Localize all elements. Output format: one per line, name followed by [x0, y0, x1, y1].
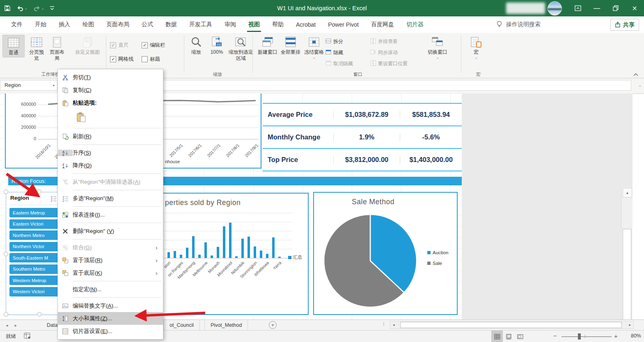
zoom-in-icon[interactable]: +: [614, 333, 618, 340]
tab-帮助[interactable]: 帮助: [266, 16, 290, 33]
缩放到选定区域-button[interactable]: 缩放到选定区域: [227, 35, 255, 63]
name-box-dropdown-icon[interactable]: ▾: [53, 84, 55, 87]
selection-handle[interactable]: [4, 252, 8, 256]
ribbon-display-options-icon[interactable]: [568, 0, 587, 16]
menu-item-报表连接[interactable]: 报表连接(I)...: [58, 208, 163, 221]
group-label-窗口: 窗口: [353, 71, 362, 78]
paste-option-swatch[interactable]: [58, 109, 163, 126]
avatar[interactable]: [548, 1, 562, 16]
100%-button[interactable]: 100100%: [205, 35, 228, 57]
macro-record-icon[interactable]: [24, 333, 31, 340]
tab-公式[interactable]: 公式: [135, 16, 159, 33]
checkbox-标题[interactable]: 标题: [142, 56, 160, 63]
menu-item-编辑替换文字[interactable]: 编辑替换文字(A)...: [58, 299, 163, 312]
customize-qat-icon[interactable]: [50, 5, 55, 11]
tab-视图[interactable]: 视图: [242, 16, 266, 33]
menu-item-降序[interactable]: ZA降序(O): [58, 159, 163, 172]
vertical-scrollbar[interactable]: ▲: [621, 187, 633, 319]
menu-item-置于顶层[interactable]: 置于顶层(R)›: [58, 254, 163, 267]
tell-me-box[interactable]: 操作说明搜索: [496, 16, 541, 33]
menu-item-删除Region[interactable]: 删除"Region" (V): [58, 225, 163, 237]
sale-method-pie-chart[interactable]: Sale Method AuctionSale: [313, 192, 458, 315]
冻结窗格-button[interactable]: 冻结窗格⌄: [300, 35, 328, 61]
tab-Power Pivot[interactable]: Power Pivot: [322, 16, 365, 33]
lightbulb-icon: [496, 21, 503, 29]
selection-handle[interactable]: [37, 189, 41, 194]
menu-item-指定宏[interactable]: 指定宏(N)...: [58, 283, 163, 296]
horizontal-scrollbar[interactable]: ◂ ▸: [390, 321, 634, 329]
selection-handle[interactable]: [4, 312, 8, 317]
checkbox-icon[interactable]: [142, 56, 148, 62]
normal-view-button[interactable]: [491, 331, 503, 342]
scroll-left-icon[interactable]: ◂: [393, 323, 395, 327]
next-sheet-icon[interactable]: ▸: [15, 323, 17, 328]
新建窗口-button[interactable]: 新建窗口: [255, 35, 280, 57]
menu-item-粘贴选项[interactable]: 粘贴选项:: [58, 96, 163, 109]
collapse-ribbon-icon[interactable]: [633, 72, 638, 77]
name-box[interactable]: Region▾: [0, 80, 57, 91]
分页预览-button[interactable]: 分页预览: [25, 35, 48, 63]
页面布局-button[interactable]: 页面布局: [46, 35, 68, 63]
vertical-scroll-thumb[interactable]: [623, 229, 631, 319]
macros-button[interactable]: 宏⌄: [468, 35, 484, 61]
slicer-settings-icon: [58, 328, 73, 335]
拆分-button[interactable]: 拆分: [325, 37, 353, 46]
zoom-slider-thumb[interactable]: [578, 333, 581, 340]
tab-Acrobat[interactable]: Acrobat: [290, 16, 322, 33]
tab-审阅[interactable]: 审阅: [218, 16, 242, 33]
titlebar-right: — ×: [506, 0, 644, 16]
page-break-preview-button[interactable]: [514, 331, 526, 342]
page-layout-view-button[interactable]: [503, 331, 514, 342]
prev-sheet-icon[interactable]: ◂: [6, 323, 8, 328]
tab-插入[interactable]: 插入: [53, 16, 76, 33]
restore-button[interactable]: [606, 0, 625, 16]
sheet-tab-Pivot_Method[interactable]: Pivot_Method: [204, 320, 248, 331]
checkbox-icon[interactable]: ✓: [142, 42, 148, 48]
menu-item-大小和属性[interactable]: 大小和属性(Z)...: [58, 312, 163, 325]
全部重排-button[interactable]: 全部重排: [278, 35, 303, 57]
menu-item-升序[interactable]: AZ升序(S): [58, 146, 163, 159]
multi-select-icon[interactable]: [50, 195, 57, 203]
menu-item-切片器设置[interactable]: 切片器设置(E)...: [58, 325, 163, 337]
save-icon[interactable]: [4, 5, 11, 11]
formula-bar-expand-icon[interactable]: ⌄: [638, 83, 642, 87]
minimize-button[interactable]: —: [587, 0, 606, 16]
horizontal-scroll-thumb[interactable]: [400, 322, 622, 328]
tab-数据[interactable]: 数据: [159, 16, 183, 33]
dropdown-icon[interactable]: ⌄: [313, 56, 316, 60]
menu-item-复制[interactable]: 复制(C): [58, 84, 163, 96]
checkbox-icon[interactable]: ✓: [110, 56, 116, 62]
zoom-slider-track[interactable]: [561, 336, 612, 337]
tab-split-grip[interactable]: ⁞: [383, 321, 385, 327]
tab-开始[interactable]: 开始: [29, 16, 53, 33]
menu-item-置于底层[interactable]: 置于底层(K)›: [58, 267, 163, 279]
普通-button[interactable]: 普通: [2, 35, 25, 57]
tab-文件[interactable]: 文件: [5, 16, 29, 33]
tab-切片器[interactable]: 切片器: [400, 16, 430, 33]
selection-handle[interactable]: [4, 189, 8, 194]
tab-绘图[interactable]: 绘图: [76, 16, 100, 33]
缩放-button[interactable]: 缩放: [186, 35, 207, 57]
undo-icon[interactable]: ⌄: [16, 5, 28, 11]
tab-页面布局[interactable]: 页面布局: [100, 16, 135, 33]
menu-item-多选Region[interactable]: 多选"Region"(M): [58, 192, 163, 205]
custom-views-icon: [81, 36, 94, 48]
new-sheet-button[interactable]: +: [269, 321, 277, 329]
zoom-percent-label[interactable]: 80%: [623, 333, 641, 339]
隐藏-button[interactable]: 隐藏: [325, 48, 353, 57]
scroll-right-icon[interactable]: ▸: [629, 323, 631, 327]
menu-item-剪切[interactable]: 剪切(T): [58, 71, 163, 84]
menu-item-刷新[interactable]: 刷新(R): [58, 130, 163, 143]
close-button[interactable]: ×: [625, 0, 644, 16]
share-button[interactable]: 共享: [610, 19, 639, 31]
switch-windows-button[interactable]: 切换窗口⌄: [426, 35, 449, 61]
tab-百度网盘[interactable]: 百度网盘: [365, 16, 400, 33]
zoom-out-icon[interactable]: −: [553, 332, 557, 339]
checkbox-编辑栏[interactable]: ✓编辑栏: [142, 42, 165, 49]
tab-开发工具[interactable]: 开发工具: [183, 16, 218, 33]
scroll-up-icon[interactable]: ▲: [623, 188, 632, 198]
sheet-tab-ot_Council[interactable]: ot_Council: [163, 320, 200, 331]
selection-handle[interactable]: [37, 312, 41, 317]
quick-access-toolbar: ⌄ ⌄: [4, 0, 55, 16]
checkbox-网格线[interactable]: ✓网格线: [110, 56, 134, 63]
